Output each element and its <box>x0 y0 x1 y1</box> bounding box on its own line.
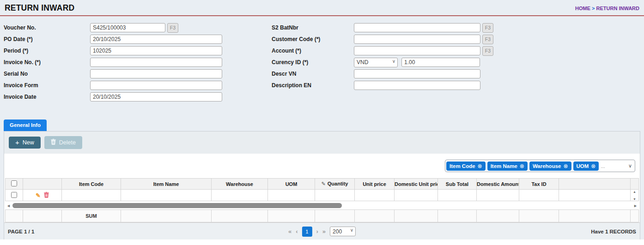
serial-no-input[interactable] <box>90 69 222 78</box>
cell-sub-total[interactable] <box>438 190 477 201</box>
invoice-no-label: Invoice No. (*) <box>4 59 90 66</box>
col-header-uom: UOM <box>268 179 315 190</box>
account-label: Account (*) <box>272 48 354 54</box>
descr-vn-input[interactable] <box>354 69 480 78</box>
page-size-select[interactable]: 200 <box>330 227 356 236</box>
column-filter-box[interactable]: Item Code⊗ Item Name⊗ Warehouse⊗ UOM⊗ ..… <box>445 160 635 172</box>
invoice-no-input[interactable] <box>90 58 222 67</box>
field-account: Account (*) F3 <box>272 45 640 56</box>
cell-warehouse[interactable] <box>212 190 268 201</box>
serial-no-label: Serial No <box>4 71 90 77</box>
invoice-form-input[interactable] <box>90 81 222 90</box>
select-all-checkbox[interactable] <box>11 180 17 186</box>
chevron-down-icon: ∨ <box>628 163 632 169</box>
horizontal-scrollbar[interactable]: ◄ ► <box>5 202 639 209</box>
voucher-no-label: Voucher No. <box>4 24 90 31</box>
description-en-input[interactable] <box>354 81 480 90</box>
prev-page-icon[interactable]: ‹ <box>296 228 298 235</box>
period-input[interactable] <box>90 46 222 55</box>
customer-code-label: Customer Code (*) <box>272 36 354 42</box>
currency-select[interactable]: VND <box>354 58 398 67</box>
grid-toolbar: + New Delete <box>4 131 640 154</box>
s2-batnbr-input[interactable] <box>354 23 480 32</box>
new-button[interactable]: + New <box>9 137 41 149</box>
sum-sub-total-cell <box>438 210 477 222</box>
page-background: RETURN INWARD HOME>RETURN INWARD Voucher… <box>0 0 644 239</box>
po-date-label: PO Date (*) <box>4 36 90 42</box>
cell-quantity[interactable] <box>315 190 355 201</box>
col-header-warehouse: Warehouse <box>212 179 268 190</box>
col-header-sub-total: Sub Total <box>438 179 477 190</box>
sum-row: SUM <box>6 210 639 222</box>
account-f3-button[interactable]: F3 <box>482 46 493 56</box>
po-date-input[interactable] <box>90 35 222 44</box>
field-descr-vn: Descr VN <box>272 68 640 79</box>
scroll-left-icon[interactable]: ◄ <box>6 203 11 208</box>
cell-unit-price[interactable] <box>355 190 395 201</box>
records-count: Have 1 RECORDS <box>591 229 636 234</box>
delete-button[interactable]: Delete <box>44 136 82 149</box>
breadcrumb-current: RETURN INWARD <box>596 6 640 11</box>
row-select-cell <box>6 190 23 201</box>
field-s2-batnbr: S2 BatNbr F3 <box>272 22 640 33</box>
row-edit-icon[interactable]: ✎ <box>36 192 41 198</box>
row-checkbox[interactable] <box>11 192 17 198</box>
remove-chip-icon[interactable]: ⊗ <box>591 163 595 169</box>
remove-chip-icon[interactable]: ⊗ <box>478 163 482 169</box>
field-customer-code: Customer Code (*) F3 <box>272 34 640 45</box>
row-delete-icon[interactable] <box>44 192 49 199</box>
invoice-date-input[interactable] <box>90 92 222 102</box>
breadcrumb-home-link[interactable]: HOME <box>575 6 590 11</box>
voucher-no-input[interactable] <box>90 23 165 32</box>
field-currency-id: Curency ID (*) VND ∨ <box>272 57 640 68</box>
trash-icon <box>51 139 56 146</box>
tab-bar: General Info <box>4 120 640 131</box>
table-row: ✎ <box>6 190 639 201</box>
scroll-down-icon[interactable]: ▼ <box>633 197 636 201</box>
form-right-column: S2 BatNbr F3 Customer Code (*) F3 Accoun… <box>272 22 640 103</box>
voucher-no-f3-button[interactable]: F3 <box>167 23 178 33</box>
first-page-icon[interactable]: « <box>288 228 292 235</box>
grid-footer: PAGE 1 / 1 « ‹ 1 › » 200 ∨ Have 1 RECORD… <box>4 222 640 239</box>
field-voucher-no: Voucher No. F3 <box>4 22 272 33</box>
cell-item-name[interactable] <box>121 190 212 201</box>
col-header-quantity: ✎Quantity <box>315 179 355 190</box>
field-invoice-date: Invoice Date <box>4 91 272 102</box>
header-filler-cell <box>559 179 631 190</box>
cell-tax-id[interactable] <box>519 190 559 201</box>
cell-domestic-unit-price[interactable] <box>395 190 438 201</box>
scroll-right-icon[interactable]: ► <box>633 203 638 208</box>
current-page-button[interactable]: 1 <box>302 227 312 237</box>
last-page-icon[interactable]: » <box>322 228 326 235</box>
col-header-unit-price: Unit price <box>355 179 395 190</box>
form-left-column: Voucher No. F3 PO Date (*) Period (*) In… <box>4 22 272 103</box>
remove-chip-icon[interactable]: ⊗ <box>520 163 524 169</box>
field-invoice-no: Invoice No. (*) <box>4 57 272 68</box>
period-label: Period (*) <box>4 48 90 54</box>
filter-chip-uom[interactable]: UOM⊗ <box>573 161 599 171</box>
currency-rate-input[interactable] <box>401 58 480 67</box>
s2-batnbr-f3-button[interactable]: F3 <box>482 23 493 33</box>
customer-code-f3-button[interactable]: F3 <box>482 35 493 44</box>
col-header-tax-id: Tax ID <box>519 179 559 190</box>
filter-chip-item-code[interactable]: Item Code⊗ <box>446 161 486 171</box>
cell-uom[interactable] <box>268 190 315 201</box>
row-actions-cell: ✎ <box>23 190 62 201</box>
description-en-label: Description EN <box>272 82 354 89</box>
cell-item-code[interactable] <box>62 190 121 201</box>
account-input[interactable] <box>354 46 480 55</box>
invoice-date-label: Invoice Date <box>4 94 90 100</box>
sum-domestic-amount-cell <box>477 210 519 222</box>
cell-domestic-amount[interactable] <box>477 190 519 201</box>
remove-chip-icon[interactable]: ⊗ <box>563 163 568 169</box>
grid-header-row: Item Code Item Name Warehouse UOM ✎Quant… <box>6 179 639 190</box>
tab-general-info[interactable]: General Info <box>4 120 47 131</box>
scroll-up-icon[interactable]: ▲ <box>633 190 636 193</box>
col-header-item-name: Item Name <box>121 179 212 190</box>
customer-code-input[interactable] <box>354 35 480 44</box>
filter-chip-item-name[interactable]: Item Name⊗ <box>487 161 528 171</box>
next-page-icon[interactable]: › <box>316 228 318 235</box>
horizontal-scrollbar-thumb[interactable] <box>12 203 342 208</box>
plus-icon: + <box>15 140 19 145</box>
filter-chip-warehouse[interactable]: Warehouse⊗ <box>529 161 571 171</box>
